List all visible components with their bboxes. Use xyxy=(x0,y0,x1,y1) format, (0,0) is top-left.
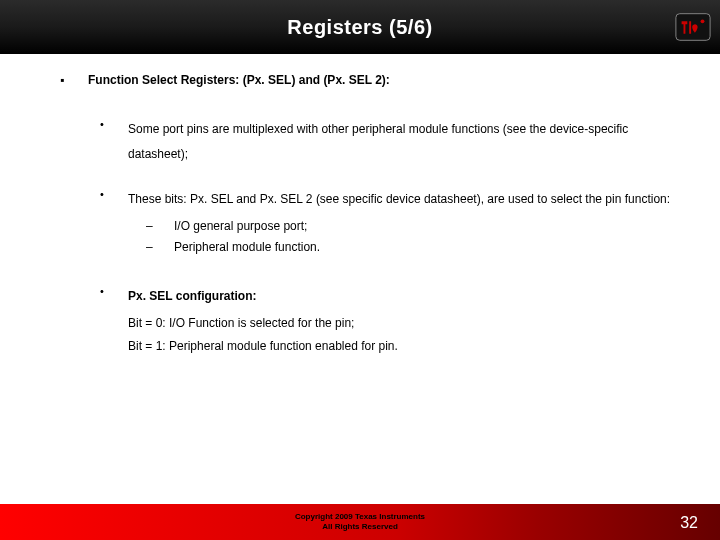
footer-bar: Copyright 2009 Texas Instruments All Rig… xyxy=(0,504,720,540)
lvl2-text: Px. SEL configuration: xyxy=(128,284,256,309)
dash-bullet-icon: – xyxy=(146,239,158,256)
bullet-lvl1: ▪ Function Select Registers: (Px. SEL) a… xyxy=(60,72,690,89)
copyright-text: Copyright 2009 Texas Instruments All Rig… xyxy=(295,512,425,531)
bullet-lvl3: – I/O general purpose port; xyxy=(146,218,690,235)
copyright-line2: All Rights Reserved xyxy=(322,522,398,531)
slide-title: Registers (5/6) xyxy=(287,16,432,39)
lvl3-text: Peripheral module function. xyxy=(174,239,320,256)
bullet-lvl2: • These bits: Px. SEL and Px. SEL 2 (see… xyxy=(100,187,690,212)
slide-body: ▪ Function Select Registers: (Px. SEL) a… xyxy=(0,54,720,355)
bullet-lvl3: – Peripheral module function. xyxy=(146,239,690,256)
lvl2-text: These bits: Px. SEL and Px. SEL 2 (see s… xyxy=(128,187,670,212)
lvl1-text: Function Select Registers: (Px. SEL) and… xyxy=(88,72,390,89)
square-bullet-icon: ▪ xyxy=(60,72,72,89)
bullet-lvl2: • Some port pins are multiplexed with ot… xyxy=(100,117,690,167)
dash-bullet-icon: – xyxy=(146,218,158,235)
disc-bullet-icon: • xyxy=(100,117,112,167)
lvl3-text: I/O general purpose port; xyxy=(174,218,307,235)
config-line: Bit = 1: Peripheral module function enab… xyxy=(128,338,690,355)
disc-bullet-icon: • xyxy=(100,284,112,309)
ti-logo-icon xyxy=(674,8,712,46)
config-line: Bit = 0: I/O Function is selected for th… xyxy=(128,315,690,332)
title-bar: Registers (5/6) xyxy=(0,0,720,54)
disc-bullet-icon: • xyxy=(100,187,112,212)
page-number: 32 xyxy=(680,514,698,532)
copyright-line1: Copyright 2009 Texas Instruments xyxy=(295,512,425,521)
svg-point-1 xyxy=(701,19,705,23)
slide: Registers (5/6) ▪ Function Select Regist… xyxy=(0,0,720,540)
bullet-lvl2: • Px. SEL configuration: xyxy=(100,284,690,309)
lvl2-text: Some port pins are multiplexed with othe… xyxy=(128,117,690,167)
